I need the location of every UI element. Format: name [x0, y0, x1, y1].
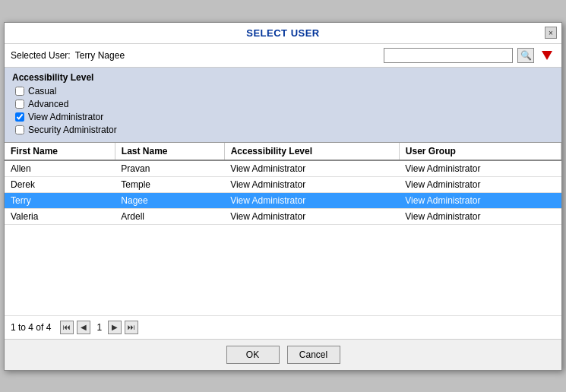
prev-page-button[interactable]: ◀ — [77, 321, 90, 334]
first-name-cell: Allen — [5, 160, 115, 177]
checkbox-security-admin: Security Administrator — [12, 125, 554, 135]
accessibility-cell: View Administrator — [224, 192, 399, 208]
table-container: First Name Last Name Accessibility Level… — [5, 143, 561, 316]
selected-user-label: Selected User: — [11, 50, 71, 61]
last-page-button[interactable]: ⏭ — [125, 321, 138, 334]
table-header-row: First Name Last Name Accessibility Level… — [5, 143, 561, 160]
footer: OK Cancel — [5, 339, 561, 370]
table-row[interactable]: Allen Pravan View Administrator View Adm… — [5, 160, 561, 177]
search-button[interactable]: 🔍 — [517, 48, 534, 63]
accessibility-title: Accessibility Level — [12, 72, 554, 83]
cancel-button[interactable]: Cancel — [287, 346, 340, 364]
title-bar: Select User × — [5, 23, 561, 44]
empty-row — [5, 224, 561, 315]
first-name-cell: Valeria — [5, 208, 115, 224]
last-name-cell: Ardell — [115, 208, 224, 224]
selected-user-value: Terry Nagee — [75, 50, 125, 61]
checkbox-view-admin: View Administrator — [12, 112, 554, 122]
first-name-cell: Terry — [5, 192, 115, 208]
close-icon: × — [549, 29, 553, 37]
users-table: First Name Last Name Accessibility Level… — [5, 143, 561, 316]
casual-label: Casual — [28, 86, 56, 96]
user-group-cell: View Administrator — [399, 160, 561, 177]
security-admin-label: Security Administrator — [28, 125, 117, 135]
checkbox-casual: Casual — [12, 86, 554, 96]
accessibility-cell: View Administrator — [224, 176, 399, 192]
col-user-group: User Group — [399, 143, 561, 160]
col-first-name: First Name — [5, 143, 115, 160]
col-last-name: Last Name — [115, 143, 224, 160]
pagination: 1 to 4 of 4 ⏮ ◀ 1 ▶ ⏭ — [5, 316, 561, 339]
last-page-icon: ⏭ — [128, 323, 135, 331]
search-input[interactable] — [384, 48, 513, 63]
casual-checkbox[interactable] — [15, 87, 24, 96]
close-button[interactable]: × — [545, 27, 557, 39]
first-page-button[interactable]: ⏮ — [60, 321, 74, 334]
user-group-cell: View Administrator — [399, 208, 561, 224]
checkbox-advanced: Advanced — [12, 99, 554, 109]
advanced-checkbox[interactable] — [15, 100, 24, 109]
accessibility-cell: View Administrator — [224, 208, 399, 224]
ok-button[interactable]: OK — [226, 346, 280, 364]
security-admin-checkbox[interactable] — [15, 125, 24, 134]
table-row[interactable]: Valeria Ardell View Administrator View A… — [5, 208, 561, 224]
view-admin-checkbox[interactable] — [15, 112, 24, 122]
first-page-icon: ⏮ — [63, 323, 71, 331]
last-name-cell: Temple — [115, 176, 224, 192]
user-group-cell: View Administrator — [399, 192, 561, 208]
accessibility-section: Accessibility Level Casual Advanced View… — [5, 68, 561, 143]
view-admin-label: View Administrator — [28, 112, 103, 122]
search-icon: 🔍 — [520, 50, 532, 61]
current-page: 1 — [93, 322, 105, 333]
toolbar: Selected User: Terry Nagee 🔍 — [5, 44, 561, 68]
user-group-cell: View Administrator — [399, 176, 561, 192]
table-row[interactable]: Derek Temple View Administrator View Adm… — [5, 176, 561, 192]
last-name-cell: Pravan — [115, 160, 224, 177]
pagination-text: 1 to 4 of 4 — [11, 322, 51, 333]
filter-button[interactable] — [539, 48, 555, 63]
last-name-cell: Nagee — [115, 192, 224, 208]
next-page-button[interactable]: ▶ — [108, 321, 122, 334]
next-page-icon: ▶ — [112, 323, 118, 331]
prev-page-icon: ◀ — [81, 323, 87, 331]
select-user-dialog: Select User × Selected User: Terry Nagee… — [4, 22, 562, 371]
table-row[interactable]: Terry Nagee View Administrator View Admi… — [5, 192, 561, 208]
col-accessibility: Accessibility Level — [224, 143, 399, 160]
filter-icon — [542, 51, 552, 60]
first-name-cell: Derek — [5, 176, 115, 192]
advanced-label: Advanced — [28, 99, 68, 109]
accessibility-cell: View Administrator — [224, 160, 399, 177]
dialog-title: Select User — [246, 27, 320, 39]
